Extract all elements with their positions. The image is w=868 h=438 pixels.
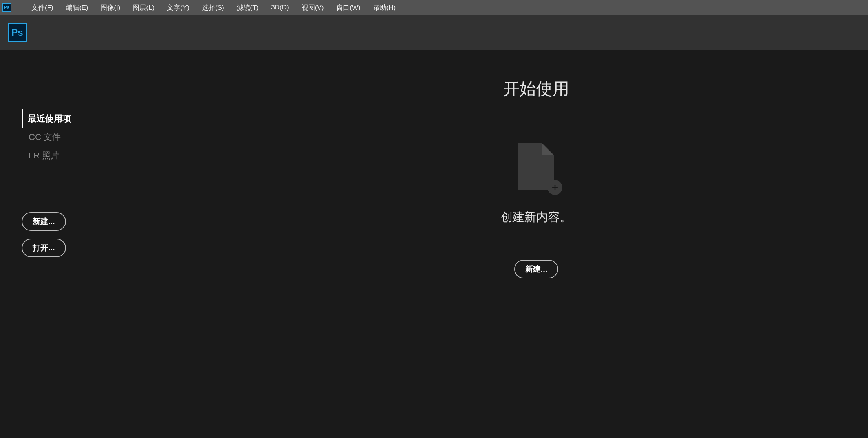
menu-3d[interactable]: 3D(D) xyxy=(265,0,295,15)
menu-window[interactable]: 窗口(W) xyxy=(330,0,366,15)
start-center-panel: 开始使用 创建新内容。 新建... xyxy=(204,50,868,438)
start-side-nav: 最近使用项 CC 文件 LR 照片 xyxy=(22,109,204,165)
menu-view[interactable]: 视图(V) xyxy=(295,0,330,15)
center-actions: 新建... xyxy=(514,256,559,282)
app-logo-large: Ps xyxy=(8,23,27,42)
document-fold-icon xyxy=(542,143,554,155)
menu-edit[interactable]: 编辑(E) xyxy=(60,0,95,15)
main-menu-bar: Ps 文件(F) 编辑(E) 图像(I) 图层(L) 文字(Y) 选择(S) 滤… xyxy=(0,0,868,15)
nav-recent[interactable]: 最近使用项 xyxy=(22,109,204,128)
start-headline: 开始使用 xyxy=(503,78,569,100)
options-bar: Ps xyxy=(0,15,868,50)
app-logo-large-text: Ps xyxy=(11,28,23,37)
start-screen: 最近使用项 CC 文件 LR 照片 新建... 打开... 开始使用 创建新内容… xyxy=(0,50,868,438)
menu-image[interactable]: 图像(I) xyxy=(94,0,126,15)
menu-type[interactable]: 文字(Y) xyxy=(161,0,196,15)
new-button-left[interactable]: 新建... xyxy=(22,212,66,231)
start-left-panel: 最近使用项 CC 文件 LR 照片 新建... 打开... xyxy=(0,50,204,438)
left-actions: 新建... 打开... xyxy=(22,208,204,261)
menu-layer[interactable]: 图层(L) xyxy=(126,0,161,15)
open-button-left[interactable]: 打开... xyxy=(22,239,66,257)
start-subline: 创建新内容。 xyxy=(501,209,571,225)
menu-help[interactable]: 帮助(H) xyxy=(367,0,402,15)
menu-file[interactable]: 文件(F) xyxy=(25,0,60,15)
menu-filter[interactable]: 滤镜(T) xyxy=(231,0,265,15)
new-button-center[interactable]: 新建... xyxy=(514,260,559,278)
document-page-icon xyxy=(518,143,554,190)
nav-lr-photos[interactable]: LR 照片 xyxy=(22,146,204,165)
menu-select[interactable]: 选择(S) xyxy=(196,0,231,15)
nav-cc-files[interactable]: CC 文件 xyxy=(22,128,204,146)
app-logo-text: Ps xyxy=(4,5,10,10)
app-logo-small: Ps xyxy=(2,3,11,12)
plus-icon xyxy=(548,180,562,195)
new-document-icon[interactable] xyxy=(518,143,554,190)
